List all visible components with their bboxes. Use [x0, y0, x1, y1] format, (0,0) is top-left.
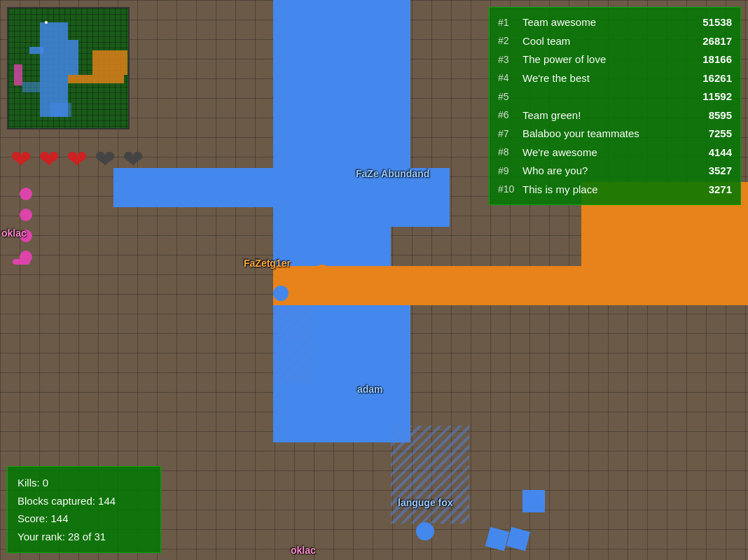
player-label-oklac: oklac [1, 227, 27, 239]
pink-trail-2 [20, 209, 32, 221]
scoreboard-table: #1 Team awesome 51538 #2 Cool team 26817… [498, 13, 732, 199]
rank-row: Your rank: 28 of 31 [18, 528, 151, 546]
score-label: Score: [18, 512, 48, 524]
score-3: 18166 [690, 52, 732, 68]
rank-3: #3 [498, 52, 522, 67]
player-dot-languge [416, 522, 434, 540]
blocks-label: Blocks captured: [18, 495, 95, 507]
score-2: 26817 [690, 34, 732, 50]
rank-6: #6 [498, 108, 522, 122]
scoreboard-row-10: #10 This is my place 3271 [498, 181, 732, 200]
kills-row: Kills: 0 [18, 474, 151, 492]
scoreboard-row-9: #9 Who are you? 3527 [498, 162, 732, 181]
scoreboard-row-7: #7 Balaboo your teammates 7255 [498, 125, 732, 144]
blue-territory-1 [273, 0, 410, 168]
heart-1: ❤ [11, 147, 32, 172]
rank-7: #7 [498, 127, 522, 141]
score-8: 4144 [690, 145, 732, 161]
name-2: Cool team [522, 34, 690, 50]
heart-5: ❤ [123, 147, 144, 172]
name-10: This is my place [522, 182, 690, 198]
score-6: 8595 [690, 108, 732, 124]
heart-2: ❤ [39, 147, 60, 172]
minimap-inner [8, 8, 128, 128]
scoreboard-row-2: #2 Cool team 26817 [498, 32, 732, 51]
score-value: 144 [51, 512, 69, 524]
kills-label: Kills: [18, 477, 40, 489]
score-row: Score: 144 [18, 510, 151, 528]
blocks-row: Blocks captured: 144 [18, 492, 151, 510]
player-label-faze-abund: FaZe Abundand [356, 168, 429, 179]
scoreboard-row-4: #4 We're the best 16261 [498, 69, 732, 88]
player-label-languge: languge fox [398, 497, 453, 508]
name-4: We're the best [522, 71, 690, 87]
name-3: The power of love [522, 52, 690, 68]
heart-4: ❤ [95, 147, 116, 172]
player-dot-adam [367, 407, 382, 423]
blue-territory-7 [113, 168, 273, 207]
pink-trail-1 [20, 188, 32, 200]
name-9: Who are you? [522, 163, 690, 179]
heart-3: ❤ [67, 147, 88, 172]
player-dot-fazet [314, 265, 331, 281]
name-1: Team awesome [522, 15, 690, 31]
square-marker-1 [522, 490, 545, 512]
name-6: Team green! [522, 108, 690, 124]
blue-trail-2 [391, 426, 469, 524]
score-9: 3527 [690, 163, 732, 179]
blocks-value: 144 [98, 495, 116, 507]
rank-1: #1 [498, 15, 522, 30]
score-10: 3271 [690, 182, 732, 198]
rank-8: #8 [498, 145, 522, 160]
rank-10: #10 [498, 182, 522, 197]
rank-2: #2 [498, 34, 522, 48]
scoreboard-row-6: #6 Team green! 8595 [498, 106, 732, 125]
scoreboard-row-3: #3 The power of love 18166 [498, 50, 732, 69]
score-1: 51538 [690, 15, 732, 31]
name-7: Balaboo your teammates [522, 126, 690, 142]
player-label-delle: oklac [291, 545, 316, 556]
player-label-fazet: FaZetg1er [244, 258, 291, 269]
scoreboard-row-5: #5 11592 [498, 88, 732, 106]
rank-value: 28 of 31 [68, 531, 106, 542]
scoreboard: #1 Team awesome 51538 #2 Cool team 26817… [489, 7, 741, 205]
pink-trail-line [13, 259, 30, 265]
player-dot-faze-abund [420, 195, 436, 210]
score-7: 7255 [690, 126, 732, 142]
name-8: We're awesome [522, 145, 690, 161]
blue-trail-1 [273, 305, 312, 384]
score-5: 11592 [690, 89, 732, 105]
kills-value: 0 [43, 477, 48, 489]
minimap [7, 7, 130, 130]
rank-label: Your rank: [18, 531, 65, 542]
score-4: 16261 [690, 71, 732, 87]
scoreboard-row-1: #1 Team awesome 51538 [498, 13, 732, 32]
orange-territory-1 [273, 266, 748, 305]
player-dot-fazet-2 [273, 286, 289, 301]
player-label-adam: adam [357, 384, 383, 395]
blue-territory-2 [273, 168, 352, 227]
rank-5: #5 [498, 90, 522, 104]
scoreboard-row-8: #8 We're awesome 4144 [498, 144, 732, 162]
rank-4: #4 [498, 71, 522, 85]
stats-box: Kills: 0 Blocks captured: 144 Score: 144… [7, 466, 161, 553]
rank-9: #9 [498, 164, 522, 178]
